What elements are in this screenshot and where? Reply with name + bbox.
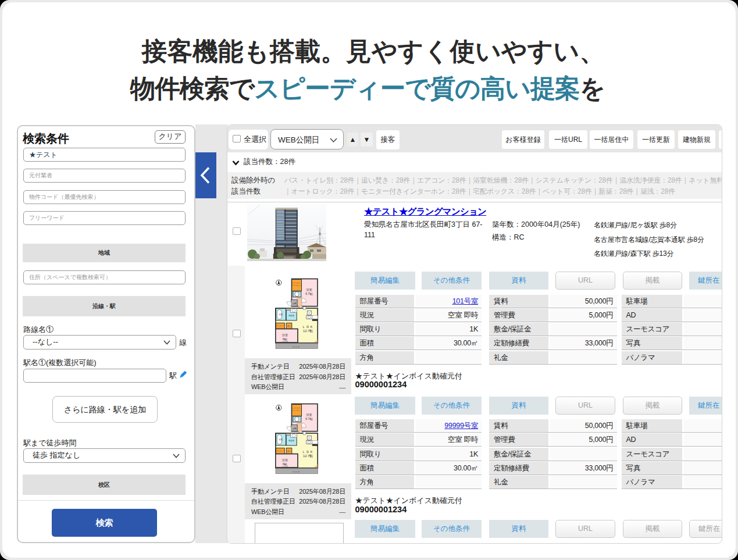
svg-text:玄関: 玄関 (293, 427, 297, 429)
svg-text:洗面室: 洗面室 (288, 440, 295, 442)
svg-text:押入: 押入 (287, 325, 291, 327)
svg-text:テラス: テラス (293, 345, 300, 348)
svg-text:クロゼット: クロゼット (276, 450, 284, 452)
svg-text:洗面室: 洗面室 (288, 315, 295, 317)
svg-text:ＬＤＫ: ＬＤＫ (302, 325, 314, 329)
svg-text:12.7帖: 12.7帖 (303, 454, 313, 458)
svg-text:室内物干: 室内物干 (281, 465, 288, 468)
svg-text:押入: 押入 (287, 450, 291, 452)
svg-text:クローゼット: クローゼット (291, 409, 302, 411)
svg-text:6.7帖: 6.7帖 (305, 416, 313, 420)
svg-text:浴室: 浴室 (279, 313, 283, 316)
svg-text:玄関: 玄関 (293, 302, 297, 305)
svg-text:浴室: 浴室 (279, 438, 283, 441)
svg-text:6.7帖: 6.7帖 (305, 292, 313, 296)
svg-text:室内物干: 室内物干 (281, 341, 288, 343)
svg-text:テラス: テラス (293, 470, 300, 473)
svg-text:クローゼット: クローゼット (291, 284, 302, 287)
svg-text:クロゼット: クロゼット (276, 324, 284, 327)
svg-text:ＬＤＫ: ＬＤＫ (302, 450, 314, 453)
svg-text:12.7帖: 12.7帖 (303, 329, 313, 333)
